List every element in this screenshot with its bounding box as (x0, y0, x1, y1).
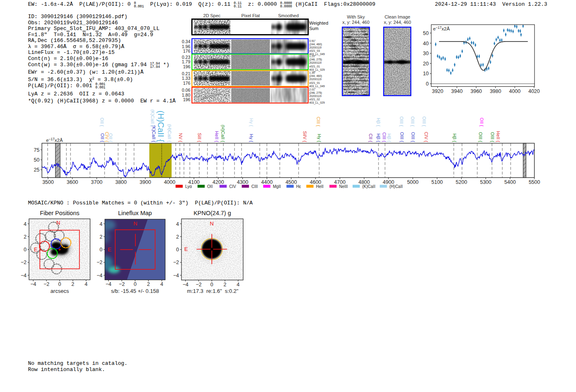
svg-text:Clean Image: Clean Image (385, 14, 410, 19)
svg-text:4500: 4500 (286, 179, 297, 185)
svg-text:(K)CaII {: (K)CaII { (150, 109, 155, 127)
svg-text:−2: −2 (21, 260, 26, 265)
svg-text:−4: −4 (97, 273, 102, 278)
svg-text:−4: −4 (105, 281, 111, 287)
svg-text:196: 196 (183, 97, 190, 102)
svg-text:4: 4 (85, 281, 88, 287)
svg-text:−2: −2 (44, 281, 49, 287)
svg-text:−4: −4 (183, 282, 188, 288)
svg-text:50: 50 (34, 157, 39, 163)
svg-text:−2: −2 (196, 282, 202, 288)
svg-text:25: 25 (34, 167, 39, 173)
svg-text:0: 0 (134, 281, 137, 287)
svg-text:4300: 4300 (237, 179, 249, 185)
svg-text:4020: 4020 (528, 88, 540, 94)
svg-text:30: 30 (423, 51, 429, 56)
svg-text:2: 2 (72, 281, 74, 287)
svg-text:N: N (56, 220, 60, 226)
svg-text:75: 75 (34, 147, 39, 153)
svg-text:10: 10 (423, 71, 429, 77)
svg-text:v021_01: v021_01 (309, 81, 320, 85)
svg-text:50: 50 (423, 30, 429, 36)
svg-text:E: E (108, 246, 111, 253)
svg-text:OII: OII (207, 184, 213, 189)
svg-text:4: 4 (176, 221, 179, 227)
svg-text:0: 0 (176, 247, 179, 253)
svg-text:v021_03: v021_03 (309, 49, 320, 53)
svg-text:s/b: -15.45 +/- 0.158: s/b: -15.45 +/- 0.158 (111, 288, 159, 294)
svg-text:OIII {: OIII { (490, 132, 495, 142)
svg-text:3500: 3500 (42, 179, 54, 185)
svg-text:(244, 460): (244, 460) (309, 74, 322, 78)
svg-text:Weighted: Weighted (309, 21, 328, 26)
svg-text:4000: 4000 (509, 88, 520, 94)
svg-text:E: E (34, 246, 37, 253)
svg-text:4: 4 (24, 221, 27, 227)
svg-text:Lyα: Lyα (185, 184, 192, 189)
svg-text:−4: −4 (21, 273, 26, 278)
svg-text:0: 0 (426, 81, 429, 87)
svg-text:Lineflux Map: Lineflux Map (118, 210, 152, 216)
svg-text:Fiber Positions: Fiber Positions (40, 210, 79, 216)
svg-text:OII {: OII { (100, 133, 105, 142)
svg-text:Hβ {: Hβ { (376, 133, 381, 142)
svg-text:(H)CaII {: (H)CaII { (167, 124, 172, 142)
svg-text:CIV {: CIV { (424, 132, 429, 142)
svg-text:e−17x2Å: e−17x2Å (46, 137, 63, 143)
svg-text:0.34: 0.34 (182, 39, 190, 44)
svg-text:With Sky: With Sky (347, 14, 365, 19)
svg-text:(246, 275): (246, 275) (309, 91, 322, 95)
svg-text:0: 0 (100, 247, 102, 253)
svg-text:OII {: OII { (100, 118, 105, 127)
svg-text:N: N (133, 220, 137, 227)
svg-text:OII {: OII { (108, 133, 113, 142)
svg-text:2: 2 (147, 281, 150, 287)
svg-text:CII {: CII { (368, 134, 373, 142)
svg-text:E: E (184, 246, 188, 252)
svg-text:OIII {: OIII { (410, 116, 415, 127)
svg-text:−4: −4 (173, 273, 179, 278)
svg-text:−2: −2 (119, 281, 125, 287)
svg-text:2: 2 (24, 234, 27, 240)
svg-text:Smoothed: Smoothed (278, 13, 299, 18)
svg-text:OIII {: OIII { (411, 132, 416, 142)
svg-text:4: 4 (237, 282, 239, 288)
svg-text:Hγ {: Hγ { (249, 134, 254, 142)
svg-text:176: 176 (183, 81, 190, 86)
svg-text:4400: 4400 (261, 179, 273, 185)
svg-text:OIII {: OIII { (478, 132, 483, 142)
svg-text:(K)CaII {: (K)CaII { (151, 125, 156, 142)
svg-text:OIII {: OIII { (399, 132, 404, 142)
svg-text:3980: 3980 (490, 88, 501, 94)
svg-text:2: 2 (176, 234, 179, 240)
svg-text:5500: 5500 (529, 179, 540, 185)
svg-text:−4: −4 (30, 281, 36, 287)
svg-text:(K)CaII: (K)CaII (362, 184, 376, 189)
svg-text:m:17.3 re:1.6" s:0.2": m:17.3 re:1.6" s:0.2" (187, 288, 239, 294)
svg-text:0: 0 (58, 281, 61, 287)
svg-text:4: 4 (160, 281, 163, 287)
svg-text:Hγ {: Hγ { (317, 134, 322, 142)
svg-text:OII {: OII { (479, 118, 484, 127)
svg-text:176: 176 (183, 49, 190, 53)
svg-text:3960: 3960 (470, 88, 482, 94)
svg-text:3940: 3940 (451, 88, 463, 94)
svg-text:NV {: NV { (178, 133, 183, 142)
svg-text:SiII {: SiII { (197, 133, 202, 142)
svg-text:e−17x2Å: e−17x2Å (433, 26, 450, 31)
svg-text:−2: −2 (97, 260, 102, 265)
svg-text:3920: 3920 (432, 88, 444, 94)
svg-text:2: 2 (100, 234, 102, 240)
svg-text:3900: 3900 (139, 179, 151, 185)
svg-text:x, y: 244, 460: x, y: 244, 460 (342, 20, 369, 25)
svg-text:MgII: MgII (273, 184, 281, 189)
svg-text:−2: −2 (173, 260, 179, 265)
svg-text:5400: 5400 (504, 179, 516, 185)
svg-text:40: 40 (423, 41, 429, 46)
svg-text:(H)CaII {: (H)CaII { (156, 111, 165, 142)
svg-text:3600: 3600 (67, 179, 78, 185)
svg-text:5300: 5300 (480, 179, 492, 185)
svg-text:N: N (210, 220, 214, 227)
svg-text:(244, 460): (244, 460) (309, 43, 322, 46)
svg-text:4: 4 (100, 221, 102, 227)
